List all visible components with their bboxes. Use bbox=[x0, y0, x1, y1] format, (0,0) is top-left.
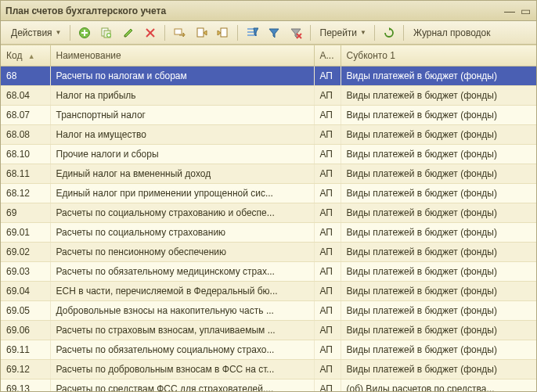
cell-name: Транспортный налог bbox=[50, 106, 314, 125]
cell-sub1: Виды платежей в бюджет (фонды) bbox=[341, 301, 536, 321]
clear-filter-button[interactable] bbox=[286, 24, 306, 41]
sort-asc-icon: ▲ bbox=[28, 52, 35, 60]
table-row[interactable]: 68.04Налог на прибыльАПВиды платежей в б… bbox=[1, 86, 536, 106]
separator bbox=[70, 25, 70, 41]
cell-code: 68.08 bbox=[1, 125, 50, 145]
table-row[interactable]: 68.12Единый налог при применении упрощен… bbox=[1, 184, 536, 203]
cell-code: 68.04 bbox=[1, 86, 50, 106]
cell-sub1: Виды платежей в бюджет (фонды) bbox=[341, 340, 536, 360]
funnel-clear-icon bbox=[290, 27, 302, 39]
table-row[interactable]: 69.06Расчеты по страховым взносам, уплач… bbox=[1, 321, 536, 340]
cell-ap: АП bbox=[314, 243, 341, 262]
journal-button[interactable]: Журнал проводок bbox=[408, 24, 496, 41]
cell-name: ЕСН в части, перечисляемой в Федеральный… bbox=[50, 282, 314, 301]
svg-rect-2 bbox=[81, 32, 88, 34]
window-title: План счетов бухгалтерского учета bbox=[5, 5, 500, 16]
svg-rect-11 bbox=[197, 28, 204, 37]
col-header-sub1[interactable]: Субконто 1 bbox=[341, 45, 536, 67]
cell-name: Расчеты по страховым взносам, уплачиваем… bbox=[50, 321, 314, 340]
delete-icon bbox=[144, 27, 157, 39]
page-prev-button[interactable] bbox=[191, 24, 211, 41]
table-row[interactable]: 69.13Расчеты по средствам ФСС для страхо… bbox=[1, 379, 536, 392]
table-row[interactable]: 69.05Добровольные взносы на накопительну… bbox=[1, 301, 536, 321]
table-row[interactable]: 68Расчеты по налогам и сборамАПВиды плат… bbox=[1, 67, 536, 86]
cell-name: Расчеты по обязательному социальному стр… bbox=[50, 340, 314, 360]
add-button[interactable] bbox=[74, 24, 95, 41]
cell-sub1: Виды платежей в бюджет (фонды) bbox=[341, 360, 536, 379]
table-row[interactable]: 68.10Прочие налоги и сборыАПВиды платеже… bbox=[1, 145, 536, 164]
cell-sub1: Виды платежей в бюджет (фонды) bbox=[341, 203, 536, 223]
cell-ap: АП bbox=[314, 106, 341, 125]
col-header-name[interactable]: Наименование bbox=[50, 45, 314, 67]
cell-ap: АП bbox=[314, 203, 341, 223]
table-row[interactable]: 68.11Единый налог на вмененный доходАПВи… bbox=[1, 164, 536, 184]
filter-button[interactable] bbox=[264, 24, 284, 41]
table-row[interactable]: 68.07Транспортный налогАПВиды платежей в… bbox=[1, 106, 536, 125]
table-row[interactable]: 69Расчеты по социальному страхованию и о… bbox=[1, 203, 536, 223]
minimize-button[interactable]: — bbox=[503, 5, 516, 16]
filter-list-icon bbox=[246, 27, 258, 39]
cell-sub1: Виды платежей в бюджет (фонды) bbox=[341, 86, 536, 106]
table-row[interactable]: 69.03Расчеты по обязательному медицинско… bbox=[1, 262, 536, 282]
cell-sub1: Виды платежей в бюджет (фонды) bbox=[341, 125, 536, 145]
cell-ap: АП bbox=[314, 282, 341, 301]
cell-name: Единый налог при применении упрощенной с… bbox=[50, 184, 314, 203]
cell-name: Расчеты по налогам и сборам bbox=[50, 67, 314, 86]
funnel-icon bbox=[268, 27, 280, 39]
cell-sub1: (об) Виды расчетов по средства... bbox=[341, 379, 536, 392]
table-row[interactable]: 69.01Расчеты по социальному страхованиюА… bbox=[1, 223, 536, 243]
separator bbox=[237, 25, 238, 41]
cell-code: 68.07 bbox=[1, 106, 50, 125]
cell-ap: АП bbox=[314, 86, 341, 106]
copy-button[interactable] bbox=[96, 24, 117, 41]
copy-icon bbox=[100, 27, 113, 39]
filter-list-button[interactable] bbox=[242, 24, 262, 41]
cell-name: Добровольные взносы на накопительную час… bbox=[50, 301, 314, 321]
actions-menu-button[interactable]: Действия ▼ bbox=[5, 24, 66, 41]
separator bbox=[164, 25, 165, 41]
chevron-down-icon: ▼ bbox=[56, 29, 62, 36]
cell-sub1: Виды платежей в бюджет (фонды) bbox=[341, 243, 536, 262]
cell-code: 69.04 bbox=[1, 282, 50, 301]
table-row[interactable]: 69.02Расчеты по пенсионному обеспечениюА… bbox=[1, 243, 536, 262]
maximize-button[interactable]: ▭ bbox=[519, 5, 532, 16]
chevron-down-icon: ▼ bbox=[360, 29, 366, 36]
cell-ap: АП bbox=[314, 321, 341, 340]
cell-name: Расчеты по добровольным взносам в ФСС на… bbox=[50, 360, 314, 379]
accounts-table: Код ▲ Наименование А... Субконто 1 68Рас… bbox=[1, 45, 536, 391]
cell-sub1: Виды платежей в бюджет (фонды) bbox=[341, 145, 536, 164]
cell-ap: АП bbox=[314, 145, 341, 164]
cell-code: 69.06 bbox=[1, 321, 50, 340]
table-row[interactable]: 69.12Расчеты по добровольным взносам в Ф… bbox=[1, 360, 536, 379]
page-next-button[interactable] bbox=[213, 24, 233, 41]
cell-name: Прочие налоги и сборы bbox=[50, 145, 314, 164]
edit-button[interactable] bbox=[118, 24, 139, 41]
cell-code: 69 bbox=[1, 203, 50, 223]
table-header-row: Код ▲ Наименование А... Субконто 1 bbox=[1, 45, 536, 67]
actions-label: Действия bbox=[11, 27, 52, 38]
delete-button[interactable] bbox=[140, 24, 160, 41]
window: План счетов бухгалтерского учета — ▭ Дей… bbox=[0, 0, 537, 392]
move-button[interactable] bbox=[169, 24, 189, 41]
journal-label: Журнал проводок bbox=[413, 27, 491, 38]
add-icon bbox=[78, 27, 91, 39]
cell-sub1: Виды платежей в бюджет (фонды) bbox=[341, 321, 536, 340]
separator bbox=[310, 25, 311, 41]
cell-code: 68 bbox=[1, 67, 50, 86]
cell-name: Налог на имущество bbox=[50, 125, 314, 145]
cell-name: Расчеты по обязательному медицинскому ст… bbox=[50, 262, 314, 282]
svg-rect-10 bbox=[175, 29, 182, 34]
col-header-ap[interactable]: А... bbox=[314, 45, 341, 67]
col-header-code[interactable]: Код ▲ bbox=[1, 45, 50, 67]
table-row[interactable]: 68.08Налог на имуществоАПВиды платежей в… bbox=[1, 125, 536, 145]
table-row[interactable]: 69.11Расчеты по обязательному социальном… bbox=[1, 340, 536, 360]
cell-ap: АП bbox=[314, 340, 341, 360]
cell-name: Расчеты по социальному страхованию bbox=[50, 223, 314, 243]
table-row[interactable]: 69.04ЕСН в части, перечисляемой в Федера… bbox=[1, 282, 536, 301]
goto-menu-button[interactable]: Перейти ▼ bbox=[315, 24, 370, 41]
grid: Код ▲ Наименование А... Субконто 1 68Рас… bbox=[1, 45, 536, 391]
refresh-button[interactable] bbox=[379, 24, 399, 41]
cell-sub1: Виды платежей в бюджет (фонды) bbox=[341, 184, 536, 203]
cell-code: 69.02 bbox=[1, 243, 50, 262]
cell-code: 68.10 bbox=[1, 145, 50, 164]
